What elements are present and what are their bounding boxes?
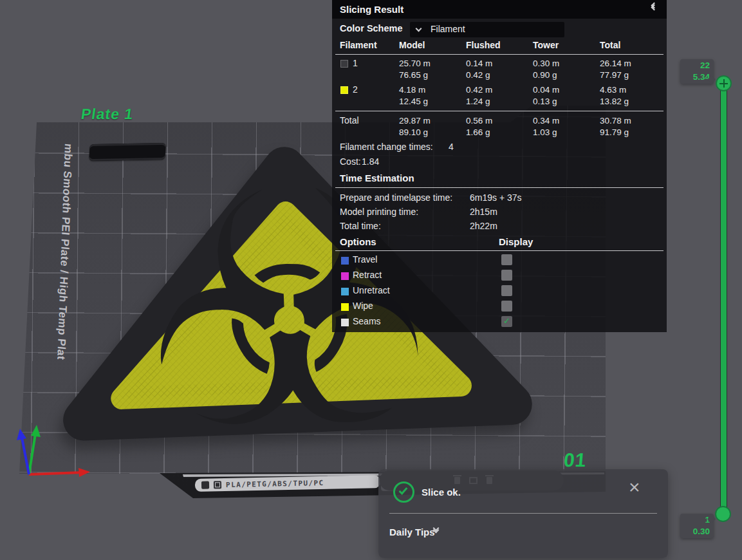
unretract-label: Unretract: [353, 285, 390, 295]
panel-title: Slicing Result: [340, 4, 403, 15]
color-scheme-dropdown[interactable]: Filament: [410, 22, 564, 37]
wipe-label: Wipe: [353, 301, 373, 311]
slicer-viewport: mbu Smooth PEI Plate / High Temp Plat PL…: [0, 0, 742, 560]
total-time-value: 2h22m: [470, 221, 497, 231]
table-cell: 0.04 m0.13 g: [533, 84, 559, 107]
divider: [335, 187, 663, 188]
seams-swatch: [341, 319, 349, 326]
prepare-time-label: Prepare and timelapse time:: [340, 192, 452, 203]
success-check-icon: [393, 481, 414, 503]
table-cell: 4.18 m12.45 g: [399, 84, 428, 107]
col-header-flushed: Flushed: [466, 40, 501, 50]
time-estimation-title: Time Estimation: [340, 173, 414, 183]
seams-checkbox[interactable]: ✓: [501, 316, 512, 327]
cost-value: 1.84: [362, 156, 379, 167]
cost-label: Cost:: [340, 156, 361, 167]
col-header-filament: Filament: [340, 40, 377, 50]
plate-material-label: PLA/PETG/ABS/TPU/PC: [226, 478, 324, 489]
chevron-double-up-icon[interactable]: [652, 3, 656, 7]
table-cell: 30.78 m91.79 g: [600, 115, 631, 138]
divider: [335, 250, 663, 251]
daily-tips-label[interactable]: Daily Tips: [389, 527, 435, 537]
filament-2-id: 2: [353, 84, 358, 95]
chevron-double-down-icon[interactable]: [434, 528, 438, 532]
total-row-label: Total: [340, 115, 359, 126]
table-cell: 26.14 m77.97 g: [600, 58, 631, 81]
plate-type-icon: [214, 481, 221, 489]
display-title: Display: [499, 236, 533, 247]
filament-1-swatch: [340, 60, 348, 68]
close-icon[interactable]: ×: [629, 478, 640, 497]
travel-checkbox[interactable]: [501, 254, 512, 265]
retract-swatch: [341, 272, 349, 280]
unretract-checkbox[interactable]: [501, 285, 512, 296]
total-time-label: Total time:: [340, 221, 381, 231]
bottom-layer-number: 1: [680, 514, 710, 526]
filament-2-swatch: [340, 86, 348, 94]
notification-divider: [389, 513, 657, 514]
model-time-label: Model printing time:: [340, 207, 418, 217]
table-cell: 0.56 m1.66 g: [466, 115, 492, 138]
travel-swatch: [341, 257, 349, 265]
wipe-checkbox[interactable]: [501, 301, 512, 312]
bottom-layer-height: 0.30: [680, 526, 710, 537]
retract-checkbox[interactable]: [501, 270, 512, 281]
filament-1-id: 1: [353, 58, 358, 68]
col-header-model: Model: [399, 40, 425, 50]
filament-change-value: 4: [449, 142, 454, 152]
y-axis-arrow: [17, 429, 26, 440]
travel-label: Travel: [353, 254, 377, 265]
col-header-total: Total: [600, 40, 620, 50]
axis-gizmo: [14, 420, 104, 484]
top-layer-height: 5.34: [680, 71, 710, 83]
wipe-swatch: [341, 303, 349, 311]
color-scheme-label: Color Scheme: [340, 23, 403, 33]
filament-change-label: Filament change times:: [340, 142, 433, 152]
unretract-swatch: [341, 288, 349, 295]
plate-name-label[interactable]: Plate 1: [80, 106, 134, 123]
table-cell: 29.87 m89.10 g: [399, 115, 431, 138]
col-header-tower: Tower: [533, 40, 559, 50]
x-axis-arrow: [79, 468, 90, 477]
layer-slider-bottom-handle[interactable]: [715, 506, 731, 522]
model-time-value: 2h15m: [470, 207, 497, 217]
table-cell: 4.63 m13.82 g: [600, 84, 629, 107]
color-scheme-value: Filament: [431, 24, 465, 34]
prepare-time-value: 6m19s + 37s: [470, 192, 522, 203]
table-cell: 0.30 m0.90 g: [533, 58, 559, 81]
notification-panel: Slice ok. × Daily Tips: [378, 469, 668, 558]
bambu-logo-icon: [201, 481, 209, 489]
layer-slider-track[interactable]: [720, 82, 727, 515]
slicing-result-panel: Slicing Result Color Scheme Filament Fil…: [332, 0, 667, 332]
table-cell: 0.42 m1.24 g: [466, 84, 492, 107]
divider: [335, 111, 663, 111]
layer-slider-top-handle[interactable]: [716, 75, 732, 91]
retract-label: Retract: [353, 270, 382, 280]
chevron-down-icon: [416, 26, 422, 32]
seams-label: Seams: [353, 316, 381, 326]
plate-number-label: 01: [563, 449, 588, 471]
table-cell: 25.70 m76.65 g: [399, 58, 431, 81]
top-layer-number: 22: [680, 60, 710, 71]
z-axis-arrow: [31, 425, 41, 437]
options-title: Options: [340, 236, 376, 247]
table-cell: 0.14 m0.42 g: [466, 58, 492, 81]
table-cell: 0.34 m1.03 g: [533, 115, 559, 138]
notification-status-text: Slice ok.: [422, 487, 461, 498]
divider: [335, 54, 663, 55]
